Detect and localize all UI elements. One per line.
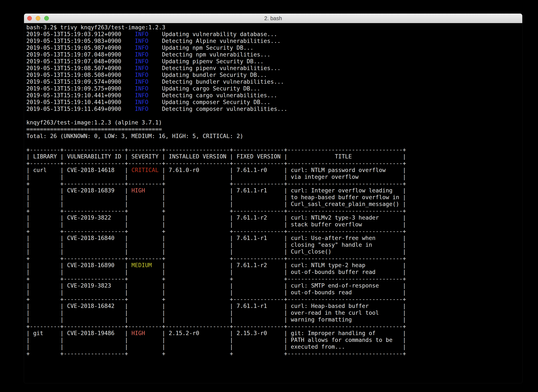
table-border: + +------------------+ + +--------------… bbox=[26, 207, 522, 214]
log-line: 2019-05-13T15:19:10.441+0900 INFO Detect… bbox=[26, 92, 522, 99]
table-header-row: | LIBRARY | VULNERABILITY ID | SEVERITY … bbox=[26, 153, 522, 160]
window-title: 2. bash bbox=[264, 15, 282, 21]
table-border: + +------------------+ + + +------------… bbox=[26, 275, 522, 282]
table-border: + +------------------+ + + +------------… bbox=[26, 350, 522, 357]
log-level: INFO bbox=[135, 99, 149, 105]
severity-value: HIGH bbox=[128, 187, 162, 194]
prompt-line: bash-3.2$ trivy knqyf263/test-image:1.2.… bbox=[26, 24, 522, 31]
severity-value: MEDIUM bbox=[128, 262, 162, 268]
table-row-line: | | | | | | stack buffer overflow | bbox=[26, 221, 522, 228]
log-line: 2019-05-13T15:19:09.574+0900 INFO Detect… bbox=[26, 78, 522, 85]
log-line: 2019-05-13T15:19:05.987+0900 INFO Updati… bbox=[26, 44, 522, 51]
log-line: 2019-05-13T15:19:05.983+0900 INFO Detect… bbox=[26, 37, 522, 44]
log-level: INFO bbox=[135, 78, 149, 85]
table-row-line: | | CVE-2018-16839 | HIGH | | 7.61.1-r1 … bbox=[26, 187, 522, 194]
table-border: + +------------------+----------+ +-----… bbox=[26, 180, 522, 187]
log-line: 2019-05-13T15:19:07.048+0900 INFO Detect… bbox=[26, 51, 522, 58]
report-summary: Total: 26 (UNKNOWN: 0, LOW: 3, MEDIUM: 1… bbox=[26, 133, 522, 140]
log-line: 2019-05-13T15:19:10.441+0900 INFO Updati… bbox=[26, 99, 522, 106]
table-row-line: | | | | | | closing "easy" handle in | bbox=[26, 242, 522, 248]
window-controls bbox=[27, 16, 49, 21]
table-row-line: | | | | | | Curl_sasl_create_plain_messa… bbox=[26, 201, 522, 207]
zoom-button[interactable] bbox=[44, 16, 49, 21]
log-level: INFO bbox=[135, 31, 149, 37]
table-row-line: | | | | | | warning formatting | bbox=[26, 316, 522, 323]
table-row-line: | git | CVE-2018-19486 | HIGH | 2.15.2-r… bbox=[26, 330, 522, 336]
log-level: INFO bbox=[135, 92, 149, 98]
log-level: INFO bbox=[135, 106, 149, 112]
terminal-output[interactable]: bash-3.2$ trivy knqyf263/test-image:1.2.… bbox=[24, 23, 522, 357]
close-button[interactable] bbox=[27, 16, 32, 21]
table-row-line: | | | | | | to heap-based buffer overflo… bbox=[26, 194, 522, 201]
blank-line bbox=[26, 112, 522, 119]
terminal-window: 2. bash bash-3.2$ trivy knqyf263/test-im… bbox=[24, 14, 522, 383]
table-row-line: | | CVE-2018-16890 | MEDIUM | | 7.61.1-r… bbox=[26, 262, 522, 269]
table-row-line: | | CVE-2019-3822 | | | 7.61.1-r2 | curl… bbox=[26, 214, 522, 221]
log-line: 2019-05-13T15:19:08.508+0900 INFO Updati… bbox=[26, 72, 522, 78]
table-row-line: | | | | | | out-of-bounds buffer read | bbox=[26, 269, 522, 275]
table-row-line: | | CVE-2019-3823 | | | | curl: SMTP end… bbox=[26, 282, 522, 289]
log-level: INFO bbox=[135, 85, 149, 92]
report-target: knqyf263/test-image:1.2.3 (alpine 3.7.1) bbox=[26, 119, 522, 126]
report-underline: ======================================== bbox=[26, 126, 522, 133]
table-row-line: | | CVE-2018-16840 | | | 7.61.1-r1 | cur… bbox=[26, 235, 522, 242]
table-row-line: | | | | | | via integer overflow | bbox=[26, 173, 522, 180]
log-line: 2019-05-13T15:19:11.649+0900 INFO Detect… bbox=[26, 106, 522, 112]
log-level: INFO bbox=[135, 44, 149, 51]
log-line: 2019-05-13T15:19:03.912+0900 INFO Updati… bbox=[26, 31, 522, 37]
table-border: + +------------------+ + +--------------… bbox=[26, 296, 522, 303]
table-row-line: | | CVE-2018-16842 | | | 7.61.1-r1 | cur… bbox=[26, 303, 522, 309]
log-level: INFO bbox=[135, 72, 149, 78]
table-row-line: | | | | | | executed from... | bbox=[26, 343, 522, 350]
table-row-line: | | | | | | PATH allows for commands to … bbox=[26, 336, 522, 343]
table-border: + +------------------+ + +--------------… bbox=[26, 228, 522, 235]
minimize-button[interactable] bbox=[36, 16, 40, 21]
table-border: +---------+------------------+----------… bbox=[26, 146, 522, 153]
blank-line bbox=[26, 140, 522, 146]
log-level: INFO bbox=[135, 51, 149, 58]
log-level: INFO bbox=[135, 65, 149, 71]
table-row-line: | | | | | | Curl_close() | bbox=[26, 248, 522, 255]
table-border: +---------+------------------+----------… bbox=[26, 160, 522, 167]
table-row-line: | | | | | | out-of-bounds read | bbox=[26, 289, 522, 296]
log-line: 2019-05-13T15:19:08.507+0900 INFO Detect… bbox=[26, 65, 522, 72]
table-border: +---------+------------------+----------… bbox=[26, 323, 522, 330]
log-level: INFO bbox=[135, 37, 149, 44]
table-border: + +------------------+----------+ +-----… bbox=[26, 255, 522, 262]
table-row-line: | | | | | | over-read in the curl tool | bbox=[26, 309, 522, 316]
severity-value: HIGH bbox=[128, 330, 162, 336]
log-line: 2019-05-13T15:19:09.575+0900 INFO Updati… bbox=[26, 85, 522, 92]
log-level: INFO bbox=[135, 58, 149, 65]
severity-value: CRITICAL bbox=[128, 167, 162, 173]
table-row-line: | curl | CVE-2018-14618 | CRITICAL | 7.6… bbox=[26, 167, 522, 173]
window-titlebar[interactable]: 2. bash bbox=[24, 14, 522, 23]
log-line: 2019-05-13T15:19:07.048+0900 INFO Updati… bbox=[26, 58, 522, 65]
